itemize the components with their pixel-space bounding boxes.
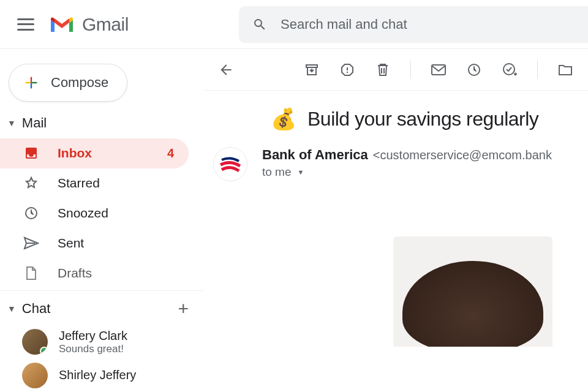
inbox-count: 4 [167,146,189,160]
svg-rect-6 [306,65,317,67]
avatar [22,329,48,355]
email-subject-row: 💰 Build your savings regularly [203,91,588,147]
svg-rect-1 [32,82,37,83]
chat-section: ▼ Chat + Jeffery Clark Sounds great! Shi… [0,290,203,392]
sender-email: <customerservice@emcom.bank [373,148,552,162]
chat-section-label: Chat [22,301,172,317]
header-left: Gmail [0,14,239,35]
svg-rect-4 [31,82,32,83]
recipient-label: to me [262,165,292,179]
back-button[interactable] [218,62,234,78]
new-chat-button[interactable]: + [178,298,189,319]
starred-label: Starred [58,176,189,190]
mail-section-header[interactable]: ▼ Mail [0,115,203,138]
mail-section-label: Mail [22,115,47,131]
search-icon [252,17,267,32]
message-pane: 💰 Build your savings regularly Bank of A… [203,49,588,392]
compose-label: Compose [51,75,108,91]
menu-icon[interactable] [17,18,34,31]
chevron-down-icon: ▼ [7,118,16,128]
sender-name: Bank of America [262,147,368,163]
email-subject: Build your savings regularly [307,108,538,130]
file-icon [23,266,39,281]
search-placeholder: Search mail and chat [281,17,407,32]
svg-rect-3 [26,82,31,83]
svg-rect-9 [432,65,445,75]
compose-button[interactable]: Compose [9,64,127,102]
sidebar-item-snoozed[interactable]: Snoozed [0,198,189,228]
gmail-logo[interactable]: Gmail [49,14,129,35]
chevron-down-icon: ▼ [298,168,304,176]
bofa-icon [219,155,241,173]
sidebar-item-inbox[interactable]: Inbox 4 [0,138,189,168]
sender-row: Bank of America <customerservice@emcom.b… [203,147,588,181]
mark-unread-button[interactable] [431,62,447,78]
email-body-image [393,236,552,347]
chevron-down-icon: ▼ [7,304,16,314]
search-bar[interactable]: Search mail and chat [239,6,588,43]
app-name: Gmail [82,14,129,35]
app-header: Gmail Search mail and chat [0,0,588,49]
snoozed-label: Snoozed [58,206,189,221]
inbox-label: Inbox [58,146,149,160]
sidebar-item-starred[interactable]: Starred [0,168,189,198]
message-toolbar [203,49,588,91]
toolbar-separator [537,61,538,79]
snooze-button[interactable] [466,62,482,78]
sidebar-item-drafts[interactable]: Drafts [0,258,189,288]
chat-item[interactable]: Shirley Jeffery [0,359,203,392]
svg-rect-2 [31,83,32,88]
inbox-icon [23,146,39,160]
archive-button[interactable] [304,62,320,78]
chat-section-header[interactable]: ▼ Chat + [0,297,203,325]
chat-name: Shirley Jeffery [59,368,136,382]
sidebar: Compose ▼ Mail Inbox 4 Starred Snoozed [0,49,203,392]
chat-preview: Sounds great! [59,343,127,355]
chat-name: Jeffery Clark [59,329,127,343]
sent-label: Sent [58,236,189,251]
drafts-label: Drafts [58,266,189,281]
money-bag-icon: 💰 [271,107,296,131]
star-icon [23,176,39,190]
sender-avatar[interactable] [213,147,247,181]
svg-rect-0 [31,77,32,82]
recipient-dropdown[interactable]: to me ▼ [262,165,552,179]
add-task-button[interactable] [502,62,518,78]
send-icon [23,236,39,250]
clock-icon [23,206,39,221]
gmail-m-icon [49,15,75,34]
spam-button[interactable] [339,62,355,78]
svg-point-8 [347,71,348,72]
toolbar-separator [410,61,411,79]
presence-dot [40,347,48,355]
svg-point-11 [503,64,514,75]
sidebar-item-sent[interactable]: Sent [0,228,189,258]
plus-icon [23,74,40,91]
move-button[interactable] [557,62,573,78]
avatar [22,363,48,388]
chat-item[interactable]: Jeffery Clark Sounds great! [0,325,203,359]
delete-button[interactable] [375,62,391,78]
